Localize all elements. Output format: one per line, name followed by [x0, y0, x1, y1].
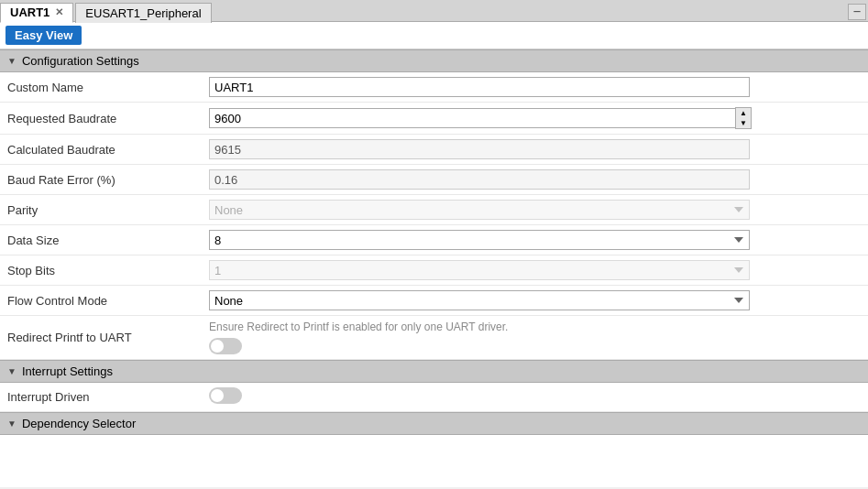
- redirect-printf-cell: Ensure Redirect to Printf is enabled for…: [202, 316, 868, 360]
- custom-name-cell: [202, 72, 868, 103]
- interrupt-driven-row: Interrupt Driven: [0, 383, 868, 412]
- interrupt-form: Interrupt Driven: [0, 383, 868, 412]
- flow-control-cell: None Hardware Software: [202, 286, 868, 316]
- tab-uart1-close[interactable]: ✕: [55, 6, 63, 18]
- custom-name-row: Custom Name: [0, 72, 868, 103]
- parity-select: None Odd Even: [209, 200, 750, 220]
- baud-rate-error-input: [209, 169, 750, 190]
- parity-row: Parity None Odd Even: [0, 195, 868, 225]
- redirect-printf-label: Redirect Printf to UART: [0, 316, 202, 360]
- custom-name-label: Custom Name: [0, 72, 202, 103]
- calculated-baudrate-input: [209, 139, 750, 159]
- data-size-label: Data Size: [0, 225, 202, 255]
- requested-baudrate-input[interactable]: [209, 108, 735, 128]
- tab-uart1[interactable]: UART1 ✕: [0, 3, 73, 23]
- interrupt-driven-cell: [202, 383, 868, 412]
- tab-bar: UART1 ✕ EUSART1_Peripheral ─: [0, 0, 868, 22]
- main-content: ▼ Configuration Settings Custom Name Req…: [0, 49, 868, 487]
- dependency-chevron-icon: ▼: [7, 418, 16, 429]
- dependency-section-label: Dependency Selector: [22, 417, 136, 430]
- custom-name-input[interactable]: [209, 77, 750, 97]
- stop-bits-cell: 1 2: [202, 255, 868, 286]
- configuration-form: Custom Name Requested Baudrate ▲ ▼ Calcu…: [0, 72, 868, 360]
- parity-label: Parity: [0, 195, 202, 225]
- baudrate-decrement-button[interactable]: ▼: [736, 118, 751, 128]
- minimize-button[interactable]: ─: [848, 4, 866, 20]
- configuration-section-header[interactable]: ▼ Configuration Settings: [0, 49, 868, 72]
- baudrate-increment-button[interactable]: ▲: [736, 108, 751, 118]
- flow-control-select[interactable]: None Hardware Software: [209, 290, 750, 310]
- tab-eusart1[interactable]: EUSART1_Peripheral: [75, 3, 211, 23]
- dependency-section-header[interactable]: ▼ Dependency Selector: [0, 412, 868, 435]
- stop-bits-select: 1 2: [209, 260, 750, 280]
- requested-baudrate-row: Requested Baudrate ▲ ▼: [0, 103, 868, 135]
- requested-baudrate-cell: ▲ ▼: [202, 103, 868, 135]
- redirect-printf-toggle[interactable]: [209, 338, 242, 354]
- interrupt-driven-label: Interrupt Driven: [0, 383, 202, 412]
- flow-control-label: Flow Control Mode: [0, 286, 202, 316]
- parity-cell: None Odd Even: [202, 195, 868, 225]
- calculated-baudrate-cell: [202, 135, 868, 165]
- tab-uart1-label: UART1: [10, 5, 49, 19]
- interrupt-section-header[interactable]: ▼ Interrupt Settings: [0, 360, 868, 383]
- stop-bits-row: Stop Bits 1 2: [0, 255, 868, 286]
- baud-rate-error-cell: [202, 165, 868, 195]
- stop-bits-label: Stop Bits: [0, 255, 202, 286]
- redirect-printf-hint: Ensure Redirect to Printf is enabled for…: [209, 321, 861, 333]
- data-size-select[interactable]: 7 8 9: [209, 230, 750, 250]
- redirect-printf-toggle-container: Ensure Redirect to Printf is enabled for…: [209, 321, 861, 354]
- data-size-row: Data Size 7 8 9: [0, 225, 868, 255]
- baud-rate-error-row: Baud Rate Error (%): [0, 165, 868, 195]
- calculated-baudrate-label: Calculated Baudrate: [0, 135, 202, 165]
- easy-view-button[interactable]: Easy View: [5, 26, 82, 45]
- toolbar: Easy View: [0, 22, 868, 49]
- interrupt-chevron-icon: ▼: [7, 366, 16, 376]
- configuration-section-label: Configuration Settings: [22, 54, 139, 68]
- flow-control-row: Flow Control Mode None Hardware Software: [0, 286, 868, 316]
- redirect-printf-row: Redirect Printf to UART Ensure Redirect …: [0, 316, 868, 360]
- baudrate-spinner-buttons: ▲ ▼: [735, 107, 752, 129]
- calculated-baudrate-row: Calculated Baudrate: [0, 135, 868, 165]
- interrupt-section-label: Interrupt Settings: [22, 364, 113, 378]
- baud-rate-error-label: Baud Rate Error (%): [0, 165, 202, 195]
- tab-eusart1-label: EUSART1_Peripheral: [85, 6, 201, 20]
- interrupt-driven-toggle[interactable]: [209, 387, 242, 404]
- data-size-cell: 7 8 9: [202, 225, 868, 255]
- configuration-chevron-icon: ▼: [7, 56, 16, 66]
- requested-baudrate-label: Requested Baudrate: [0, 103, 202, 135]
